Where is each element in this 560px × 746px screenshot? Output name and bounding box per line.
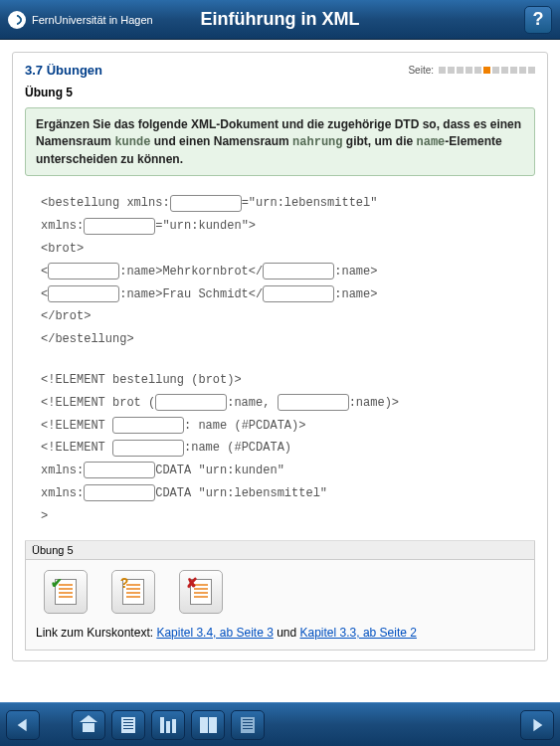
instruction-box: Ergänzen Sie das folgende XML-Dokument u… <box>25 107 535 176</box>
code-fill-area: <bestellung xmlns:="urn:lebensmittel" xm… <box>25 188 535 540</box>
footer-heading: Übung 5 <box>26 541 534 560</box>
check-answer-button[interactable]: ✔ <box>44 570 88 614</box>
blank-12[interactable] <box>84 484 155 501</box>
exercise-box: 3.7 Übungen Seite: Übung 5 Ergänzen Sie … <box>12 52 548 661</box>
reset-button[interactable]: ✘ <box>179 570 223 614</box>
blank-7[interactable] <box>155 394 227 411</box>
question-icon: ? <box>116 575 132 591</box>
blank-2[interactable] <box>84 218 155 235</box>
context-link-row: Link zum Kurskontext: Kapitel 3.4, ab Se… <box>36 626 524 640</box>
blank-3[interactable] <box>48 263 119 280</box>
blank-11[interactable] <box>84 462 155 478</box>
page-square[interactable] <box>439 67 446 74</box>
page-square[interactable] <box>448 67 455 74</box>
help-button[interactable]: ? <box>524 6 552 34</box>
blank-5[interactable] <box>48 285 119 302</box>
blank-10[interactable] <box>112 440 184 457</box>
page-icon <box>241 717 255 733</box>
check-icon: ✔ <box>49 575 65 591</box>
org-logo-area: FernUniversität in Hagen <box>8 11 153 29</box>
page-indicator: Seite: <box>408 65 535 76</box>
app-header: FernUniversität in Hagen Einführung in X… <box>0 0 560 40</box>
page-title: Einführung in XML <box>201 9 360 30</box>
pages-icon <box>200 717 217 733</box>
page-square[interactable] <box>474 67 481 74</box>
blank-9[interactable] <box>112 417 184 434</box>
exercise-footer: Übung 5 ✔ ? ✘ Link zum Kurskontext: Kapi… <box>25 541 535 651</box>
context-link-2[interactable]: Kapitel 3.3, ab Seite 2 <box>300 626 417 640</box>
page-square[interactable] <box>457 67 464 74</box>
context-link-1[interactable]: Kapitel 3.4, ab Seite 3 <box>156 626 273 640</box>
next-button[interactable] <box>520 710 554 740</box>
blank-1[interactable] <box>170 195 242 212</box>
prev-button[interactable] <box>6 710 40 740</box>
page-square[interactable] <box>492 67 499 74</box>
home-icon <box>81 718 96 732</box>
blank-6[interactable] <box>263 285 334 302</box>
close-icon: ✘ <box>184 575 200 591</box>
single-page-button[interactable] <box>231 710 265 740</box>
tools-icon <box>160 717 176 733</box>
document-icon <box>121 717 135 733</box>
pages-button[interactable] <box>191 710 225 740</box>
blank-4[interactable] <box>263 263 334 280</box>
svg-marker-1 <box>533 718 542 731</box>
page-square[interactable] <box>483 67 490 74</box>
contents-button[interactable] <box>111 710 145 740</box>
exercise-subtitle: Übung 5 <box>25 86 535 99</box>
bottom-nav <box>0 702 560 746</box>
logo-icon <box>8 11 26 29</box>
page-square[interactable] <box>466 67 472 74</box>
content-area: 3.7 Übungen Seite: Übung 5 Ergänzen Sie … <box>0 40 560 702</box>
tools-button[interactable] <box>151 710 185 740</box>
page-square[interactable] <box>519 67 526 74</box>
blank-8[interactable] <box>278 394 349 411</box>
page-square[interactable] <box>501 67 508 74</box>
section-title: 3.7 Übungen <box>25 63 102 78</box>
page-square[interactable] <box>528 67 535 74</box>
org-name: FernUniversität in Hagen <box>32 14 153 26</box>
home-button[interactable] <box>72 710 105 740</box>
svg-marker-0 <box>18 718 27 731</box>
hint-button[interactable]: ? <box>111 570 155 614</box>
page-square[interactable] <box>510 67 517 74</box>
